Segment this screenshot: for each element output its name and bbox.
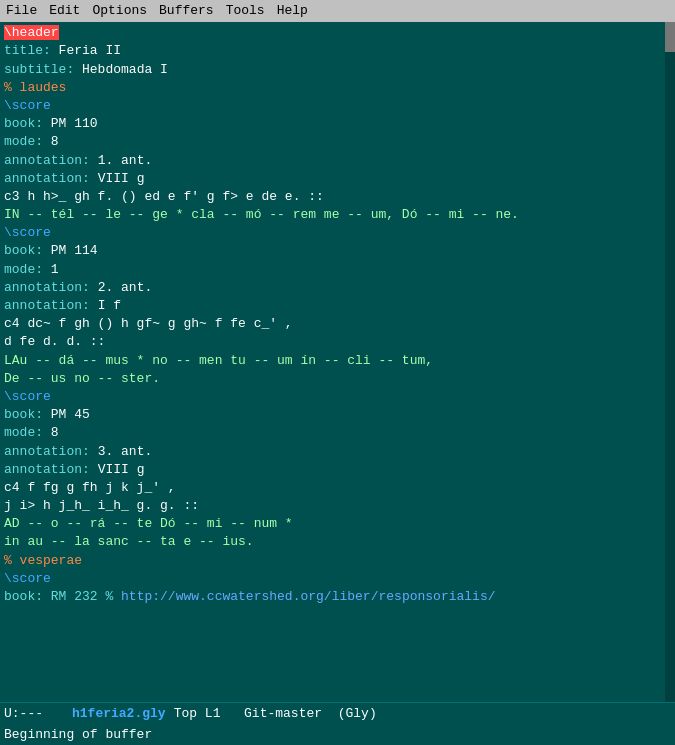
editor-line: c4 dc~ f gh () h gf~ g gh~ f fe c_' , [4,315,671,333]
editor-line: subtitle: Hebdomada I [4,61,671,79]
editor-line: annotation: VIII g [4,461,671,479]
editor-line: \score [4,224,671,242]
editor-line: AD -- o -- rá -- te Dó -- mi -- num * [4,515,671,533]
editor-line: annotation: I f [4,297,671,315]
editor-line: % vesperae [4,552,671,570]
editor-line: mode: 1 [4,261,671,279]
editor-line: annotation: 2. ant. [4,279,671,297]
editor-line: \score [4,388,671,406]
editor-line: De -- us no -- ster. [4,370,671,388]
status-position: Top L1 [174,705,221,723]
editor-line: j i> h j_h_ i_h_ g. g. :: [4,497,671,515]
echo-text: Beginning of buffer [4,727,152,742]
editor-line: annotation: 1. ant. [4,152,671,170]
editor-line: IN -- tél -- le -- ge * cla -- mó -- rem… [4,206,671,224]
editor-line: d fe d. d. :: [4,333,671,351]
editor-line: annotation: 3. ant. [4,443,671,461]
editor-content: \headertitle: Feria IIsubtitle: Hebdomad… [4,24,671,606]
editor-line: book: PM 45 [4,406,671,424]
editor-line: \score [4,97,671,115]
editor-line: in au -- la sanc -- ta e -- ius. [4,533,671,551]
editor-line: title: Feria II [4,42,671,60]
editor-line: \score [4,570,671,588]
menu-buffers[interactable]: Buffers [159,2,214,20]
editor-line: \header [4,24,671,42]
editor-line: annotation: VIII g [4,170,671,188]
editor-line: mode: 8 [4,424,671,442]
editor-area[interactable]: \headertitle: Feria IIsubtitle: Hebdomad… [0,22,675,701]
menu-options[interactable]: Options [92,2,147,20]
menu-tools[interactable]: Tools [226,2,265,20]
editor-line: % laudes [4,79,671,97]
scrollbar-thumb[interactable] [665,22,675,52]
menu-bar: File Edit Options Buffers Tools Help [0,0,675,22]
menu-help[interactable]: Help [277,2,308,20]
editor-line: book: PM 114 [4,242,671,260]
editor-line: mode: 8 [4,133,671,151]
editor-line: book: RM 232 % http://www.ccwatershed.or… [4,588,671,606]
editor-line: c4 f fg g fh j k j_' , [4,479,671,497]
editor-line: book: PM 110 [4,115,671,133]
echo-area: Beginning of buffer [0,725,675,745]
status-filename: h1feria2.gly [72,705,166,723]
status-bar: U:--- h1feria2.gly Top L1 Git-master (Gl… [0,702,675,725]
scrollbar[interactable] [665,22,675,701]
status-branch: Git-master (Gly) [228,705,376,723]
editor-line: c3 h h>_ gh f. () ed e f' g f> e de e. :… [4,188,671,206]
menu-file[interactable]: File [6,2,37,20]
editor-line: LAu -- dá -- mus * no -- men tu -- um ín… [4,352,671,370]
status-mode: U:--- [4,705,64,723]
menu-edit[interactable]: Edit [49,2,80,20]
